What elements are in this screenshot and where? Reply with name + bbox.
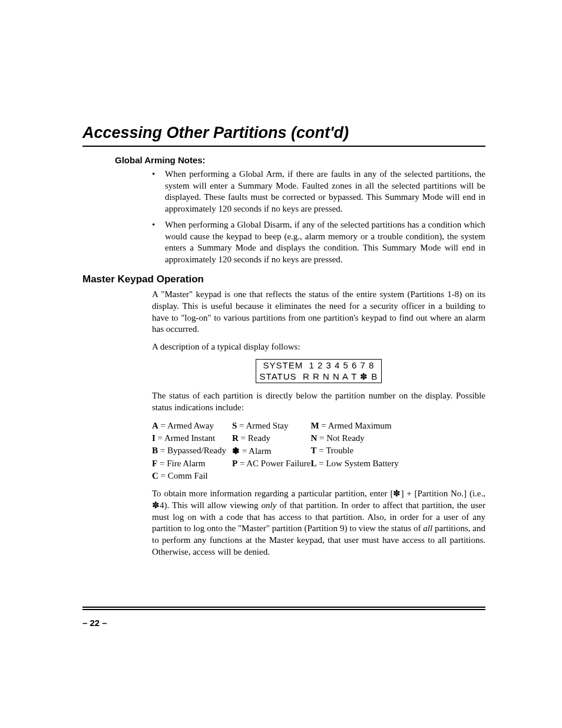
body-paragraph: A "Master" keypad is one that reflects t… bbox=[152, 289, 485, 335]
bullet-item: When performing a Global Disarm, if any … bbox=[165, 219, 485, 265]
body-paragraph: A description of a typical display follo… bbox=[152, 341, 485, 353]
global-arming-bullets: When performing a Global Arm, if there a… bbox=[82, 169, 485, 265]
footer-rule bbox=[82, 607, 485, 610]
global-arming-heading: Global Arming Notes: bbox=[115, 155, 485, 165]
table-row: I = Armed Instant R = Ready N = Not Read… bbox=[152, 432, 399, 444]
document-page: Accessing Other Partitions (cont'd) Glob… bbox=[0, 0, 562, 728]
keypad-display: SYSTEM 1 2 3 4 5 6 7 8 STATUS R R N N A … bbox=[256, 359, 382, 384]
table-row: A = Armed Away S = Armed Stay M = Armed … bbox=[152, 420, 399, 432]
body-paragraph: The status of each partition is directly… bbox=[152, 390, 485, 414]
display-line-1: SYSTEM 1 2 3 4 5 6 7 8 bbox=[263, 360, 375, 370]
master-keypad-body: A "Master" keypad is one that reflects t… bbox=[152, 289, 485, 558]
page-number: – 22 – bbox=[82, 618, 107, 628]
display-line-2: STATUS R R N N A T ✽ B bbox=[260, 371, 378, 381]
table-row: B = Bypassed/Ready ✽ = Alarm T = Trouble bbox=[152, 444, 399, 457]
table-row: C = Comm Fail bbox=[152, 470, 399, 482]
page-title: Accessing Other Partitions (cont'd) bbox=[82, 124, 485, 147]
body-paragraph: To obtain more information regarding a p… bbox=[152, 488, 485, 558]
table-row: F = Fire Alarm P = AC Power Failure L = … bbox=[152, 457, 399, 470]
status-codes-table: A = Armed Away S = Armed Stay M = Armed … bbox=[152, 420, 399, 482]
keypad-display-wrap: SYSTEM 1 2 3 4 5 6 7 8 STATUS R R N N A … bbox=[152, 359, 485, 384]
bullet-item: When performing a Global Arm, if there a… bbox=[165, 169, 485, 215]
master-keypad-heading: Master Keypad Operation bbox=[82, 274, 485, 285]
